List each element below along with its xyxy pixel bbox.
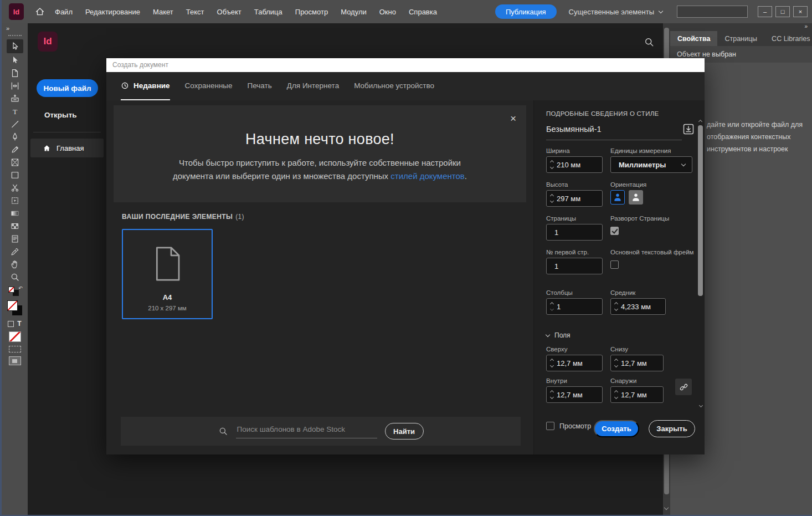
scroll-down-icon[interactable] [699, 403, 703, 407]
pen-tool[interactable] [7, 130, 23, 143]
menu-plugins[interactable]: Модули [341, 8, 367, 16]
publish-button[interactable]: Публикация [495, 4, 557, 19]
hand-tool[interactable] [7, 258, 23, 270]
tab-properties[interactable]: Свойства [670, 31, 717, 46]
banner-close-icon[interactable]: × [510, 113, 516, 124]
note-tool[interactable] [7, 232, 23, 245]
preview-checkbox[interactable] [546, 422, 554, 430]
menu-edit[interactable]: Редактирование [85, 8, 140, 16]
scroll-up-icon[interactable] [698, 120, 702, 124]
expand-panel-icon[interactable]: » [2, 25, 9, 32]
margin-bottom-stepper[interactable]: 12,7 мм [610, 355, 664, 371]
frame-tool[interactable] [7, 156, 23, 168]
workspace-switcher[interactable]: Существенные элементы [569, 8, 662, 16]
direct-selection-tool[interactable] [7, 54, 23, 67]
orientation-portrait-button[interactable] [610, 190, 625, 205]
menu-table[interactable]: Таблица [254, 8, 282, 16]
content-collector-tool[interactable] [7, 92, 23, 105]
gradient-swatch-tool[interactable] [7, 207, 23, 219]
stepper-arrows[interactable] [547, 195, 557, 202]
panel-collapse-icon[interactable]: » [804, 23, 808, 29]
menu-window[interactable]: Окно [379, 8, 396, 16]
primary-text-frame-checkbox[interactable] [610, 260, 619, 269]
rectangle-tool[interactable] [7, 168, 23, 181]
tab-pages[interactable]: Страницы [717, 31, 764, 46]
selection-tool[interactable] [7, 39, 23, 53]
stepper-arrows[interactable] [547, 391, 557, 399]
margin-outside-stepper[interactable]: 12,7 мм [610, 386, 664, 403]
menu-file[interactable]: Файл [55, 8, 73, 16]
type-tool[interactable] [7, 105, 23, 117]
screen-mode-button[interactable] [9, 346, 21, 352]
pencil-tool[interactable] [7, 143, 23, 156]
gap-tool[interactable] [7, 79, 23, 92]
page-tool[interactable] [7, 67, 23, 79]
menu-help[interactable]: Справка [409, 8, 437, 16]
gutter-stepper[interactable]: 4,233 мм [610, 298, 666, 315]
panel-grip[interactable] [8, 35, 22, 37]
start-page-input[interactable]: 1 [546, 258, 603, 274]
menu-view[interactable]: Просмотр [295, 8, 328, 16]
menu-type[interactable]: Текст [186, 8, 204, 16]
stepper-arrows[interactable] [547, 161, 557, 168]
margins-section-toggle[interactable]: Поля [546, 331, 571, 339]
app-search-input[interactable] [677, 6, 748, 18]
apply-none-swatch[interactable] [9, 331, 21, 342]
tab-cc-libraries[interactable]: CC Libraries [764, 31, 812, 46]
tab-mobile[interactable]: Мобильное устройство [354, 72, 434, 100]
menu-object[interactable]: Объект [217, 8, 241, 16]
fill-stroke-swatches[interactable] [7, 300, 23, 316]
formatting-container-toggle[interactable] [8, 321, 14, 327]
gradient-feather-tool[interactable] [7, 219, 23, 232]
stepper-arrows[interactable] [611, 303, 621, 310]
search-templates-button[interactable]: Найти [385, 423, 424, 440]
facing-pages-checkbox[interactable] [610, 227, 619, 235]
pages-input[interactable]: 1 [546, 224, 603, 241]
zoom-tool[interactable] [7, 270, 23, 283]
width-stepper[interactable]: 210 мм [546, 156, 603, 173]
create-button[interactable]: Создать [594, 420, 639, 437]
margin-inside-stepper[interactable]: 12,7 мм [546, 386, 603, 403]
open-button[interactable]: Открыть [44, 111, 77, 119]
formatting-text-toggle[interactable]: T [17, 320, 21, 328]
close-button[interactable]: × [793, 6, 808, 17]
sidebar-item-home[interactable]: Главная [30, 139, 104, 157]
height-stepper[interactable]: 297 мм [546, 190, 603, 207]
tab-print[interactable]: Печать [248, 72, 272, 100]
margin-top-stepper[interactable]: 12,7 мм [546, 355, 603, 371]
columns-stepper[interactable]: 1 [546, 298, 603, 315]
stepper-arrows[interactable] [611, 391, 621, 399]
scissors-tool[interactable] [7, 181, 23, 194]
eyedropper-tool[interactable] [7, 245, 23, 258]
scroll-down-icon[interactable] [664, 505, 669, 510]
save-preset-icon[interactable] [682, 122, 695, 136]
new-file-button[interactable]: Новый файл [37, 79, 98, 97]
home-search-icon[interactable] [644, 37, 655, 48]
home-icon[interactable] [35, 7, 45, 17]
template-search-input[interactable] [236, 424, 377, 438]
close-dialog-button[interactable]: Закрыть [649, 420, 695, 437]
tab-saved[interactable]: Сохраненные [185, 72, 233, 100]
free-transform-tool[interactable] [7, 194, 23, 207]
preview-mode-button[interactable] [9, 356, 21, 365]
menu-layout[interactable]: Макет [153, 8, 173, 16]
fill-stroke-mini-swatches[interactable]: ↶ [8, 287, 22, 297]
stepper-arrows[interactable] [547, 359, 557, 367]
orientation-landscape-button[interactable] [629, 190, 643, 205]
link-margins-button[interactable] [675, 379, 692, 395]
swap-colors-icon[interactable]: ↶ [18, 285, 23, 291]
scrollbar-thumb[interactable] [698, 125, 703, 296]
document-name-input[interactable]: Безымянный-1 [546, 125, 602, 134]
preview-toggle[interactable]: Просмотр [546, 422, 591, 430]
minimize-button[interactable]: – [758, 6, 772, 17]
document-styles-link[interactable]: стилей документов [390, 171, 465, 181]
fill-swatch-none[interactable] [7, 300, 18, 311]
tab-web[interactable]: Для Интернета [287, 72, 339, 100]
stepper-arrows[interactable] [547, 303, 557, 310]
line-tool[interactable] [7, 117, 23, 130]
tab-recent[interactable]: Недавние [121, 72, 170, 100]
fill-mini-swatch[interactable] [8, 287, 14, 293]
stepper-arrows[interactable] [611, 359, 621, 367]
details-scrollbar[interactable] [697, 120, 703, 296]
recent-item-a4[interactable]: A4 210 x 297 мм [122, 229, 213, 319]
